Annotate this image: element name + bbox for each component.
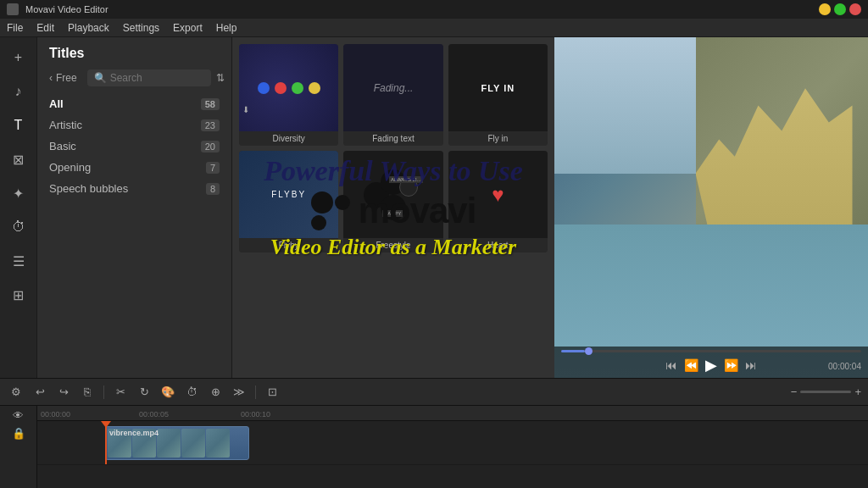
title-card-diversity[interactable]: ⬇ Diversity [239, 44, 338, 146]
card-diversity-label: Diversity [239, 131, 338, 146]
menu-help[interactable]: Help [216, 22, 237, 34]
grid-button[interactable]: ⊞ [5, 281, 32, 308]
effects-button[interactable]: ⏱ [5, 214, 32, 241]
separator-1 [103, 385, 104, 399]
speed-button[interactable]: ⏱ [182, 383, 201, 402]
titles-grid-area: ⬇ Diversity Fading... Fading text FLY IN… [232, 37, 868, 378]
flyby-text-sample: FLYBY [271, 190, 306, 199]
skip-end-button[interactable]: ⏭ [745, 358, 757, 372]
filter-icon[interactable]: ⇅ [216, 72, 225, 84]
category-artistic-label: Artistic [49, 119, 82, 131]
menu-export[interactable]: Export [173, 22, 203, 34]
fading-text-sample: Fading... [374, 82, 414, 94]
category-all[interactable]: All 58 [37, 93, 231, 114]
preview-area: ⏮ ⏪ ▶ ⏩ ⏭ 00:00:04 [554, 37, 868, 378]
filters-button[interactable]: ☰ [5, 247, 32, 274]
play-button[interactable]: ▶ [705, 356, 717, 374]
dot-blue [258, 82, 270, 94]
dot-red [275, 82, 287, 94]
preview-progress[interactable] [561, 350, 861, 352]
titles-panel: Titles ‹ Free 🔍 ⇅ All 58 Artistic 23 Bas [37, 37, 232, 378]
close-button[interactable] [849, 3, 861, 15]
card-flyin-label: Fly in [448, 131, 548, 146]
search-input[interactable] [110, 72, 204, 84]
card-flyby-label: Flyby [239, 238, 338, 252]
copy-button[interactable]: ⎘ [78, 383, 97, 402]
maximize-button[interactable] [834, 3, 846, 15]
left-toolbar: + ♪ T ⊠ ✦ ⏱ ☰ ⊞ [0, 37, 37, 378]
title-card-fading[interactable]: Fading... Fading text [343, 44, 442, 146]
card-heart-preview: ♥ [448, 151, 548, 238]
category-basic-count: 20 [201, 141, 220, 152]
crop-button[interactable]: ⊡ [263, 383, 281, 402]
timeline-settings-button[interactable]: ⚙ [7, 383, 25, 402]
ruler-mark-5: 00:00:05 [139, 410, 169, 419]
category-artistic[interactable]: Artistic 23 [37, 114, 231, 136]
card-heart-label: Heart [448, 238, 548, 252]
zoom-slider[interactable] [800, 391, 851, 393]
category-basic-label: Basic [49, 140, 76, 152]
timeline-tracks: 00:00:00 00:00:05 00:00:10 vibrence.mp4 [37, 406, 868, 488]
clip-label: vibrence.mp4 [109, 429, 159, 437]
cut-button[interactable]: ✂ [111, 383, 130, 402]
step-back-button[interactable]: ⏪ [684, 358, 698, 372]
panel-search-row: ‹ Free 🔍 ⇅ [37, 66, 231, 90]
zoom-out-button[interactable]: − [791, 385, 798, 398]
skip-start-button[interactable]: ⏮ [665, 358, 677, 372]
stickers-button[interactable]: ✦ [5, 180, 32, 207]
freestyle-circles: ALWAYS LI... HAPPY [364, 169, 423, 220]
app-title: Movavi Video Editor [25, 4, 108, 14]
timeline-content: 👁 🔒 00:00:00 00:00:05 00:00:10 [0, 406, 868, 488]
timeline-lock-button[interactable]: 🔒 [12, 427, 25, 440]
zoom-in-button[interactable]: + [854, 385, 861, 398]
music-button[interactable]: ♪ [5, 78, 32, 105]
preview-progress-fill [561, 350, 585, 352]
add-button[interactable]: + [5, 44, 32, 71]
app-icon [7, 3, 19, 15]
preview-progress-dot [585, 347, 593, 355]
free-badge[interactable]: ‹ Free [44, 70, 82, 86]
menu-edit[interactable]: Edit [36, 22, 54, 34]
card-flyin-preview: FLY IN [448, 44, 548, 131]
category-basic[interactable]: Basic 20 [37, 136, 231, 157]
step-forward-button[interactable]: ⏩ [724, 358, 738, 372]
category-opening-label: Opening [49, 161, 91, 174]
chevron-left-icon: ‹ [49, 72, 53, 84]
stabilize-button[interactable]: ⊕ [206, 383, 225, 402]
category-speech-bubbles-label: Speech bubbles [49, 182, 128, 195]
card-diversity-preview: ⬇ [239, 44, 338, 131]
menu-file[interactable]: File [7, 22, 23, 34]
category-speech-bubbles-count: 8 [206, 183, 220, 195]
category-opening-count: 7 [206, 162, 220, 174]
title-card-flyby[interactable]: FLYBY Flyby [239, 151, 338, 252]
search-bar[interactable]: 🔍 [87, 69, 211, 86]
separator-2 [255, 385, 256, 399]
search-icon: 🔍 [94, 72, 107, 84]
track-clip-video[interactable]: vibrence.mp4 [105, 426, 249, 460]
menu-settings[interactable]: Settings [123, 22, 159, 34]
main-layout: + ♪ T ⊠ ✦ ⏱ ☰ ⊞ Titles ‹ Free 🔍 ⇅ All 58 [0, 37, 868, 378]
category-speech-bubbles[interactable]: Speech bubbles 8 [37, 178, 231, 199]
timeline-eye-button[interactable]: 👁 [13, 409, 24, 422]
rotate-button[interactable]: ↻ [135, 383, 153, 402]
category-opening[interactable]: Opening 7 [37, 157, 231, 178]
card-fading-label: Fading text [343, 131, 442, 146]
title-card-heart[interactable]: ♥ Heart [448, 151, 548, 252]
card-freestyle-label: Freestyle [343, 238, 442, 252]
minimize-button[interactable] [819, 3, 831, 15]
card-flyby-preview: FLYBY [239, 151, 338, 238]
timeline-ruler: 00:00:00 00:00:05 00:00:10 [37, 406, 868, 421]
window-controls[interactable] [819, 3, 861, 15]
ruler-mark-10: 00:00:10 [241, 410, 270, 419]
transitions-button[interactable]: ⊠ [5, 146, 32, 173]
title-card-freestyle[interactable]: ALWAYS LI... HAPPY Freestyle [343, 151, 442, 252]
more-button[interactable]: ≫ [230, 383, 248, 402]
color-button[interactable]: 🎨 [159, 383, 177, 402]
redo-button[interactable]: ↪ [54, 383, 73, 402]
text-button[interactable]: T [5, 112, 32, 139]
category-artistic-count: 23 [201, 119, 220, 131]
title-card-flyin[interactable]: FLY IN Fly in [448, 44, 548, 146]
playhead[interactable] [105, 421, 107, 464]
undo-button[interactable]: ↩ [31, 383, 49, 402]
menu-playback[interactable]: Playback [68, 22, 109, 34]
